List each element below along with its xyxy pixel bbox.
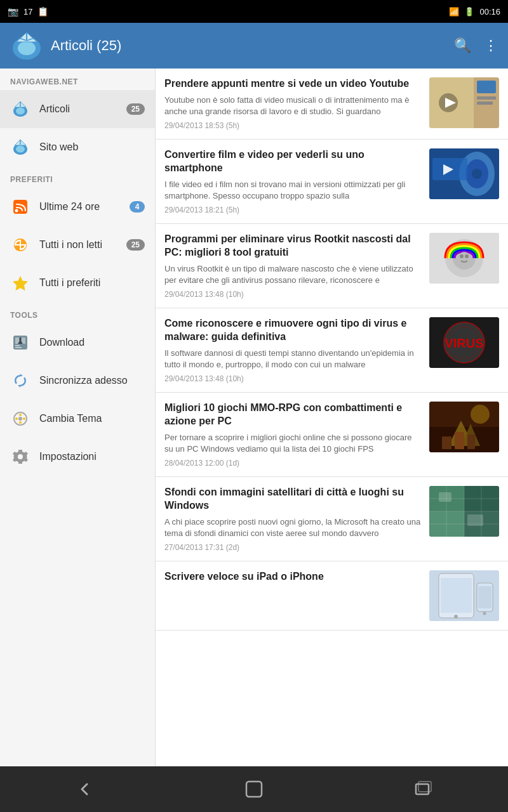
article-thumbnail xyxy=(429,486,499,537)
camera-icon: 📷 xyxy=(8,6,18,16)
svg-marker-24 xyxy=(18,385,20,388)
article-thumbnail xyxy=(429,402,499,452)
ultime-24-ore-label: Ultime 24 ore xyxy=(39,201,121,213)
sidebar-item-download[interactable]: Download xyxy=(0,324,155,362)
svg-point-30 xyxy=(18,417,22,421)
svg-rect-37 xyxy=(477,102,493,105)
clipboard-icon: 📋 xyxy=(37,6,48,16)
svg-point-29 xyxy=(23,417,25,420)
sidebar-item-cambia-tema[interactable]: Cambia Tema xyxy=(0,400,155,438)
article-item[interactable]: Come riconoscere e rimuovere ogni tipo d… xyxy=(156,308,508,393)
article-content: Convertire film e video per vederli su u… xyxy=(164,148,422,214)
home-button[interactable] xyxy=(225,773,283,806)
status-bar: 📷 17 📋 📶 🔋 00:16 xyxy=(0,0,508,23)
article-meta: 29/04/2013 18:53 (5h) xyxy=(164,121,422,130)
svg-rect-36 xyxy=(477,96,496,100)
articoli-badge: 25 xyxy=(126,103,145,115)
svg-marker-16 xyxy=(13,276,28,291)
article-item[interactable]: Programmi per eliminare virus Rootkit na… xyxy=(156,224,508,308)
article-item[interactable]: Scrivere veloce su iPad o iPhone xyxy=(156,561,508,631)
articoli-icon xyxy=(10,99,30,119)
sync-icon xyxy=(10,370,30,391)
svg-point-60 xyxy=(471,405,490,424)
sidebar: NAVIGAWEB.NET Articoli 25 xyxy=(0,69,156,766)
article-thumbnail xyxy=(429,77,499,128)
sito-web-label: Sito web xyxy=(39,141,145,153)
article-item[interactable]: Migliori 10 giochi MMO-RPG con combattim… xyxy=(156,393,508,477)
sidebar-item-sito-web[interactable]: Sito web xyxy=(0,128,155,166)
sidebar-section-site: NAVIGAWEB.NET xyxy=(0,69,155,90)
svg-point-15 xyxy=(15,209,18,213)
tutti-non-letti-badge: 25 xyxy=(126,239,145,251)
article-excerpt: Per tornare a scoprire i migliori giochi… xyxy=(164,432,422,455)
sidebar-item-articoli[interactable]: Articoli 25 xyxy=(0,90,155,128)
sidebar-item-impostazioni[interactable]: Impostazioni xyxy=(0,438,155,476)
svg-rect-84 xyxy=(478,586,491,608)
svg-rect-20 xyxy=(15,347,22,348)
article-content: Sfondi con immagini satellitari di città… xyxy=(164,486,422,552)
article-item[interactable]: Prendere appunti mentre si vede un video… xyxy=(156,69,508,140)
article-thumbnail: VIRUS xyxy=(429,317,499,368)
app-logo xyxy=(10,29,43,62)
top-bar: Articoli (25) 🔍 ⋮ xyxy=(0,23,508,69)
article-content: Scrivere veloce su iPad o iPhone xyxy=(164,570,422,587)
svg-point-43 xyxy=(472,169,482,179)
main-content: NAVIGAWEB.NET Articoli 25 xyxy=(0,69,508,766)
article-thumbnail xyxy=(429,233,499,284)
article-excerpt: Youtube non è solo fatta di video musica… xyxy=(164,95,422,117)
article-title: Prendere appunti mentre si vede un video… xyxy=(164,77,422,91)
download-label: Download xyxy=(39,337,145,348)
sidebar-item-tutti-non-letti[interactable]: Tutti i non letti 25 xyxy=(0,226,155,264)
svg-rect-22 xyxy=(20,337,22,341)
article-title: Programmi per eliminare virus Rootkit na… xyxy=(164,233,422,259)
all-unread-icon xyxy=(10,235,30,255)
top-bar-actions: 🔍 ⋮ xyxy=(454,37,498,54)
sidebar-item-sincronizza[interactable]: Sincronizza adesso xyxy=(0,362,155,400)
articoli-label: Articoli xyxy=(39,103,117,115)
ultime-24-ore-badge: 4 xyxy=(130,201,145,213)
article-title: Scrivere veloce su iPad o iPhone xyxy=(164,570,422,584)
svg-rect-63 xyxy=(442,436,451,449)
bottom-nav xyxy=(0,766,508,812)
theme-icon xyxy=(10,409,30,429)
search-button[interactable]: 🔍 xyxy=(454,37,471,54)
svg-rect-81 xyxy=(441,578,472,613)
svg-rect-77 xyxy=(439,492,451,502)
article-item[interactable]: Convertire film e video per vederli su u… xyxy=(156,140,508,224)
article-thumbnail xyxy=(429,570,499,621)
article-excerpt: Un virus Rootkit è un tipo di malware na… xyxy=(164,263,422,286)
svg-rect-86 xyxy=(246,782,262,797)
article-excerpt: I file video ed i film non si trovano ma… xyxy=(164,179,422,202)
sidebar-item-tutti-preferiti[interactable]: Tutti i preferiti xyxy=(0,264,155,302)
menu-button[interactable]: ⋮ xyxy=(484,37,498,54)
article-meta: 29/04/2013 13:48 (10h) xyxy=(164,290,422,299)
article-thumbnail xyxy=(429,148,499,199)
svg-point-26 xyxy=(19,414,22,416)
svg-rect-64 xyxy=(455,432,464,449)
clock: 00:16 xyxy=(479,7,500,16)
wifi-status-icon: 📶 xyxy=(449,7,459,16)
article-meta: 27/04/2013 17:31 (2d) xyxy=(164,543,422,552)
battery-icon: 🔋 xyxy=(464,7,474,16)
article-meta: 28/04/2013 12:00 (1d) xyxy=(164,459,422,468)
article-excerpt: Il software dannosi di questi tempi stan… xyxy=(164,348,422,370)
svg-point-85 xyxy=(483,612,486,615)
back-button[interactable] xyxy=(55,773,114,806)
svg-point-31 xyxy=(18,454,23,459)
article-item[interactable]: Sfondi con immagini satellitari di città… xyxy=(156,477,508,561)
svg-point-52 xyxy=(465,254,469,258)
sidebar-item-ultime-24-ore[interactable]: Ultime 24 ore 4 xyxy=(0,188,155,226)
article-title: Come riconoscere e rimuovere ogni tipo d… xyxy=(164,317,422,344)
download-icon xyxy=(10,332,30,353)
tutti-non-letti-label: Tutti i non letti xyxy=(39,239,117,251)
rss-icon xyxy=(10,197,30,217)
page-title: Articoli (25) xyxy=(51,37,454,54)
svg-point-11 xyxy=(16,146,25,153)
sincronizza-label: Sincronizza adesso xyxy=(39,375,145,386)
recent-apps-button[interactable] xyxy=(394,773,453,806)
svg-marker-23 xyxy=(20,374,23,376)
star-icon xyxy=(10,273,30,293)
article-content: Come riconoscere e rimuovere ogni tipo d… xyxy=(164,317,422,383)
article-meta: 29/04/2013 13:48 (10h) xyxy=(164,374,422,383)
settings-icon xyxy=(10,447,30,467)
